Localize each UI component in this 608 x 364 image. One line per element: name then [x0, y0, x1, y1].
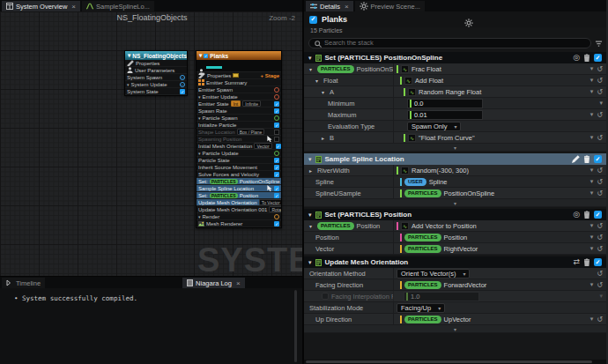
enabled-checkbox-icon[interactable]: ✓ [274, 172, 279, 177]
emitter-node-row-emitter-summary[interactable]: Emitter Summary [196, 79, 281, 86]
expand-arrow-icon[interactable]: ▾ [309, 223, 315, 229]
value-widget[interactable]: 1.0 [404, 292, 479, 301]
emitter-node-row-spawning-position[interactable]: Spawning Position [196, 136, 281, 143]
value-widget[interactable]: ∿Random Range Float [404, 88, 481, 96]
system-node-row-system-state[interactable]: System State✓ [125, 88, 187, 95]
bottom-tab-timeline[interactable]: Timeline [2, 278, 45, 288]
emitter-node-row-inherit-source-movement[interactable]: Inherit Source Movement✓ [196, 164, 281, 171]
emitter-node-row-set-position[interactable]: Set:PARTICLESPosition✓ [196, 192, 281, 199]
reset-to-default-icon[interactable]: ↺ [597, 270, 603, 278]
stack-param-float[interactable]: ▾Float∿Add Float▾↺ [304, 75, 606, 86]
value-widget[interactable]: PARTICLESPositionOnSpline [400, 189, 494, 197]
expand-arrow-icon[interactable]: ▸ [322, 135, 327, 141]
value-widget[interactable]: USERSpline [400, 178, 448, 186]
reset-to-default-icon[interactable]: ↺ [597, 178, 603, 186]
stack-param-spline[interactable]: SplineUSERSpline▾↺ [304, 176, 606, 188]
emitter-node-planks[interactable]: ▾ ✓ Planks Properties+ StageEmitter Summ… [196, 50, 282, 228]
watch-icon[interactable]: ◎ [573, 211, 580, 219]
system-node[interactable]: ▾ NS_FloatingObjects PropertiesUser Para… [124, 50, 188, 96]
stack-param-stabilization-mode[interactable]: Stabilization ModeFacing/Up▾ [304, 302, 606, 314]
stage-state-icon[interactable] [274, 115, 279, 121]
stack-param-positiononspline[interactable]: ▾PARTICLESPositionOnSpline∿Frac Float▾↺ [304, 63, 606, 75]
stack-param-splineusample[interactable]: SplineUSamplePARTICLESPositionOnSpline▾↺ [304, 188, 606, 199]
value-options-chevron-icon[interactable]: ▾ [590, 281, 594, 288]
stack-param-riverwidth[interactable]: ▸RiverWidth∿Random(-300, 300)▾↺ [304, 165, 606, 176]
value-widget[interactable]: 0.01 [407, 110, 483, 120]
stack-param-a[interactable]: ▾A∿Random Range Float▾↺ [304, 86, 606, 98]
stack-expander[interactable]: ▾ [304, 325, 606, 333]
reset-to-default-icon[interactable]: ↺ [597, 281, 603, 289]
chevron-down-icon[interactable]: ▾ [308, 55, 312, 62]
reset-to-default-icon[interactable]: ↺ [597, 77, 603, 85]
param-checkbox[interactable] [322, 293, 329, 300]
enabled-checkbox[interactable]: ✓ [594, 211, 602, 219]
enabled-checkbox-icon[interactable]: ✓ [274, 158, 279, 163]
add-stage-button[interactable]: + Stage [260, 73, 279, 78]
stack-expander[interactable]: ▾ [304, 199, 606, 207]
value-widget[interactable]: PARTICLESForwardVector [400, 281, 486, 289]
enabled-checkbox-icon[interactable]: ✓ [274, 186, 279, 191]
emitter-node-row-emitter-update[interactable]: ▾Emitter Update [196, 93, 281, 100]
reset-to-default-icon[interactable]: ↺ [597, 65, 603, 73]
emitter-node-row-particle-spawn[interactable]: ▾Particle Spawn [196, 115, 281, 122]
numeric-input[interactable]: 1.0 [404, 292, 479, 301]
expand-arrow-icon[interactable]: ▾ [315, 78, 321, 84]
reset-to-default-icon[interactable]: ↺ [597, 134, 603, 142]
reset-to-default-icon[interactable]: ↺ [597, 88, 603, 96]
value-options-chevron-icon[interactable]: ▾ [599, 100, 603, 107]
emitter-thumbnail[interactable] [196, 60, 281, 72]
expand-arrow-icon[interactable]: ▾ [309, 66, 315, 72]
trash-icon[interactable] [583, 211, 590, 219]
dropdown-select[interactable]: Orient To Vector(s)▾ [397, 269, 470, 279]
emitter-node-row-set-positiononspline[interactable]: Set:PARTICLESPositionOnSpline✓ [196, 178, 281, 185]
value-widget[interactable]: 0.0 [407, 99, 483, 108]
emitter-node-row-sample-spline-location[interactable]: Sample Spline Location✓ [196, 185, 281, 192]
stage-state-icon[interactable] [274, 214, 279, 219]
value-widget[interactable]: PARTICLESPosition [400, 234, 467, 241]
disabled-checkbox-icon[interactable] [274, 130, 279, 135]
trash-icon[interactable] [583, 54, 590, 62]
value-widget[interactable]: Spawn Only▾ [407, 122, 461, 131]
emitter-enabled-checkbox[interactable]: ✓ [204, 54, 208, 58]
enabled-checkbox-icon[interactable]: ✓ [274, 101, 279, 107]
horizontal-scrollbar[interactable] [304, 360, 606, 364]
stack-param-position[interactable]: ▾PARTICLESPosition∿Add Vector to Positio… [304, 220, 606, 232]
enabled-checkbox-icon[interactable]: ✓ [274, 165, 279, 170]
emitter-node-row-mesh-renderer[interactable]: Mesh Renderer✓ [196, 220, 281, 227]
value-options-chevron-icon[interactable]: ▾ [590, 134, 594, 141]
trash-icon[interactable] [583, 258, 590, 266]
value-options-chevron-icon[interactable]: ▾ [590, 111, 594, 118]
collapse-circle-icon[interactable]: – [180, 75, 185, 80]
value-options-chevron-icon[interactable]: ▾ [590, 316, 594, 323]
trash-icon[interactable] [583, 155, 590, 163]
chevron-down-icon[interactable]: ▾ [308, 156, 312, 163]
watch-icon[interactable]: ◎ [573, 54, 580, 62]
gear-icon[interactable] [464, 15, 473, 31]
system-node-row-system-spawn[interactable]: System Spawn– [125, 74, 187, 81]
emitter-node-header[interactable]: ▾ ✓ Planks [196, 51, 281, 60]
reset-to-default-icon[interactable]: ↺ [597, 167, 603, 175]
stack-section-set-particles-positiononspline[interactable]: ▾Set (PARTICLES) PositionOnSpline◎✓ [304, 52, 606, 63]
system-node-row-system-update[interactable]: ▾System Update– [125, 81, 187, 88]
stack-section-set-particles-position[interactable]: ▾Set (PARTICLES) Position◎✓ [304, 209, 606, 220]
details-tab-preview-scene[interactable]: Preview Scene... [355, 1, 425, 11]
disabled-checkbox-icon[interactable] [274, 137, 279, 142]
emitter-node-row-shape-location[interactable]: Shape LocationBox / Plane [196, 129, 281, 136]
emitter-node-row-particle-state[interactable]: Particle State✓ [196, 157, 281, 164]
chevron-down-icon[interactable]: ▾ [308, 212, 312, 219]
node-graph-canvas[interactable]: NS_FloatingObjects Zoom -2 SYSTEM ▾ NS_F… [0, 11, 302, 276]
close-tab-icon[interactable]: × [71, 3, 76, 11]
emitter-node-row-solve-forces-and-velocity[interactable]: Solve Forces and Velocity✓ [196, 171, 281, 178]
reset-to-default-icon[interactable]: ↺ [597, 222, 603, 230]
value-widget[interactable]: ∿Frac Float [397, 65, 441, 73]
reset-to-default-icon[interactable]: ↺ [597, 111, 603, 119]
close-tab-icon[interactable]: × [345, 3, 349, 11]
enabled-checkbox-icon[interactable]: ✓ [180, 89, 185, 94]
emitter-node-row-initial-mesh-orientation[interactable]: Initial Mesh OrientationVector✓ [196, 143, 281, 150]
stack-param-minimum[interactable]: Minimum0.0▾ [304, 98, 606, 109]
scrollbar-thumb[interactable] [306, 360, 592, 363]
stack-param-maximum[interactable]: Maximum0.01▾↺ [304, 109, 606, 121]
system-node-row-properties[interactable]: Properties [125, 60, 187, 67]
enabled-checkbox-icon[interactable]: ✓ [274, 123, 279, 128]
dropdown-select[interactable]: Spawn Only▾ [407, 122, 461, 131]
